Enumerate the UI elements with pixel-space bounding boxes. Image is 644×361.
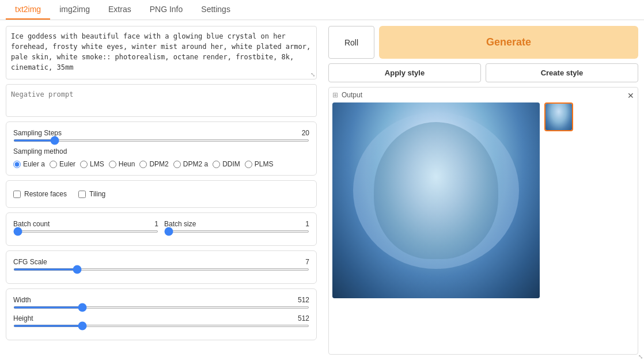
thumbnail-item[interactable]	[544, 102, 573, 131]
create-style-button[interactable]: Create style	[486, 63, 638, 82]
sampling-steps-row: Sampling Steps 20	[13, 129, 309, 142]
negative-prompt-input[interactable]	[11, 89, 312, 110]
batch-size-row: Batch size 1	[164, 220, 309, 233]
batch-size-slider[interactable]	[164, 230, 309, 233]
action-buttons-row: Roll Generate	[328, 26, 638, 59]
height-row: Height 512	[13, 314, 309, 327]
height-slider[interactable]	[13, 325, 309, 327]
batch-count-row: Batch count 1	[13, 220, 158, 233]
width-row: Width 512	[13, 296, 309, 309]
thumbnail-strip	[544, 102, 573, 298]
restore-faces-option[interactable]: Restore faces	[13, 190, 67, 198]
radio-heun[interactable]: Heun	[109, 160, 135, 168]
sampling-section: Sampling Steps 20 Sampling method Euler …	[6, 121, 317, 176]
output-main-image[interactable]	[332, 102, 540, 298]
prompt-container: ⤡	[6, 26, 317, 79]
tab-img2img[interactable]: img2img	[50, 0, 99, 20]
right-panel: Roll Generate Apply style Create style ⊞…	[323, 20, 644, 360]
radio-euler-a[interactable]: Euler a	[13, 160, 45, 168]
cfg-scale-row: CFG Scale 7	[13, 258, 309, 271]
batch-count-slider[interactable]	[13, 230, 158, 233]
thumbnail-image	[545, 104, 572, 130]
apply-style-button[interactable]: Apply style	[328, 63, 481, 82]
face-overlay	[374, 122, 498, 259]
radio-euler[interactable]: Euler	[50, 160, 75, 168]
checkbox-row: Restore faces Tiling	[13, 190, 309, 198]
tiling-checkbox[interactable]	[78, 191, 86, 198]
tab-extras[interactable]: Extras	[99, 0, 141, 20]
radio-plms[interactable]: PLMS	[245, 160, 274, 168]
prompt-input[interactable]	[11, 31, 312, 73]
resize-handle[interactable]: ⤡	[310, 71, 315, 78]
radio-lms[interactable]: LMS	[80, 160, 104, 168]
tiling-option[interactable]: Tiling	[78, 190, 105, 198]
generate-button[interactable]: Generate	[379, 26, 638, 59]
width-slider[interactable]	[13, 306, 309, 309]
style-buttons-row: Apply style Create style	[328, 63, 638, 82]
ice-goddess-bg	[332, 102, 540, 298]
dimensions-section: Width 512 Height 512	[6, 288, 317, 340]
tab-txt2img[interactable]: txt2img	[6, 0, 50, 20]
output-image-area	[332, 102, 634, 298]
radio-dpm2a[interactable]: DPM2 a	[173, 160, 208, 168]
radio-dpm2[interactable]: DPM2	[139, 160, 168, 168]
batch-section: Batch count 1 Batch size 1	[6, 212, 317, 246]
output-header: ⊞ Output	[332, 91, 634, 99]
batch-grid: Batch count 1 Batch size 1	[13, 220, 309, 238]
options-section: Restore faces Tiling	[6, 180, 317, 208]
output-icon: ⊞	[332, 91, 338, 99]
restore-faces-checkbox[interactable]	[13, 191, 21, 198]
sampling-method-label: Sampling method	[13, 147, 309, 155]
tab-bar: txt2img img2img Extras PNG Info Settings	[0, 0, 644, 20]
radio-ddim[interactable]: DDIM	[213, 160, 240, 168]
sampling-method-group: Euler a Euler LMS Heun DPM2	[13, 160, 309, 168]
sampling-steps-slider[interactable]	[13, 139, 309, 142]
cfg-section: CFG Scale 7	[6, 250, 317, 284]
left-panel: ⤡ ⤡ Sampling Steps 20 Sampling method Eu…	[0, 20, 323, 360]
tab-pnginfo[interactable]: PNG Info	[141, 0, 192, 20]
tiling-label: Tiling	[89, 190, 105, 198]
restore-faces-label: Restore faces	[24, 190, 67, 198]
cfg-scale-slider[interactable]	[13, 268, 309, 271]
negative-prompt-container: ⤡	[6, 84, 317, 117]
tab-settings[interactable]: Settings	[192, 0, 240, 20]
roll-button[interactable]: Roll	[328, 26, 374, 59]
output-label: Output	[342, 91, 362, 99]
output-area: ⊞ Output ✕	[328, 87, 638, 355]
close-output-button[interactable]: ✕	[627, 91, 634, 100]
